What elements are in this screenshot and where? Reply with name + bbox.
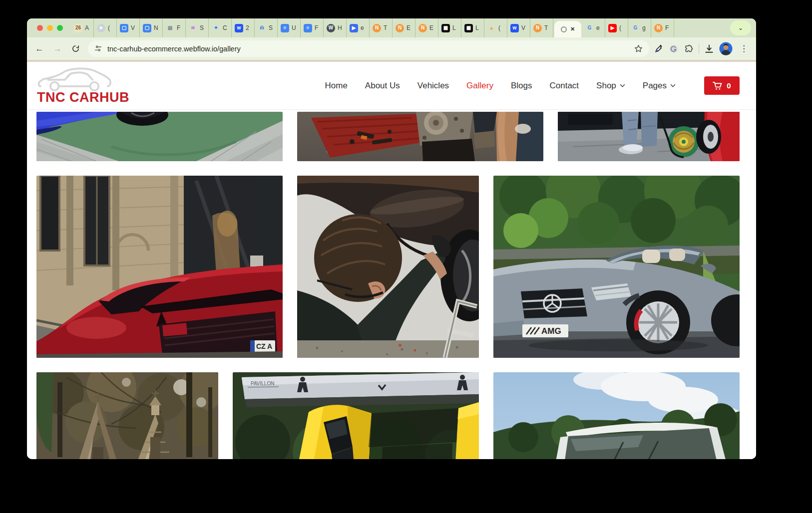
cart-count: 0 [727,81,731,90]
address-bar[interactable]: tnc-carhub-ecommerce.webflow.io/gallery [88,40,649,57]
netlify-favicon: N [396,24,404,32]
tab-title: L [475,24,479,31]
browser-tab[interactable]: NT [370,18,393,37]
wordpress-favicon: W [327,24,335,32]
play-favicon: ▶ [350,24,358,32]
google-favicon: G [585,24,594,32]
browser-tab[interactable]: ▢N [140,18,163,37]
browser-tab[interactable]: WH [324,18,347,37]
eyedropper-extension-icon[interactable] [654,44,664,53]
chrome-menu-button[interactable]: ⋮ [738,43,750,54]
nav-contact[interactable]: Contact [550,81,579,91]
browser-tab[interactable]: ≡F [301,18,324,37]
license-plate-text: CZ A [256,342,272,350]
browser-tab[interactable]: w2 [232,18,255,37]
gallery-image-under-car-mechanic[interactable] [297,176,479,358]
netlify-favicon: N [373,24,381,32]
reload-button[interactable] [68,41,83,56]
gallery-image-blue-car-turf[interactable] [36,112,283,161]
tab-title: U [292,24,296,31]
site-logo[interactable]: TNC CARHUB [37,66,129,105]
site-settings-icon[interactable] [94,44,102,53]
gallery-image-white-convertible[interactable] [493,372,740,459]
reload-icon [71,44,80,53]
site-header: TNC CARHUB Home About Us Vehicles Galler… [27,62,756,110]
dark-brand-favicon: ▦ [464,24,473,32]
site-viewport: TNC CARHUB Home About Us Vehicles Galler… [27,60,756,459]
bookmark-star-icon[interactable] [634,44,643,53]
gallery-image-mercedes-amg[interactable]: AMG [493,176,740,358]
browser-tab[interactable]: ▶( [605,18,628,37]
url-text[interactable]: tnc-carhub-ecommerce.webflow.io/gallery [107,45,629,53]
browser-tab[interactable]: ▤F [163,18,186,37]
sign-text: PAVILLON [251,381,274,386]
equalizer-favicon: ılı [258,24,266,32]
browser-tab[interactable]: NE [415,18,438,37]
extensions-puzzle-icon[interactable] [684,44,694,54]
forward-button[interactable]: → [50,41,65,56]
tab-title: ( [619,24,621,31]
gallery-grid: CZ A [36,112,740,459]
downloads-icon[interactable] [704,44,714,54]
toolbar-extensions: ⋮ [654,42,751,55]
close-window-button[interactable] [37,25,43,31]
tab-search-button[interactable]: ⌄ [730,20,751,35]
tab-close-icon[interactable]: ✕ [570,26,575,32]
browser-tab[interactable]: wV [507,18,530,37]
tab-title: N [154,24,158,31]
tab-title: ( [108,24,110,31]
nav-gallery[interactable]: Gallery [466,81,493,91]
tab-title: F [177,24,180,31]
browser-tab[interactable]: NE [393,18,415,37]
browser-tab[interactable]: ▦L [461,18,484,37]
nav-vehicles[interactable]: Vehicles [417,81,449,91]
sparkle-favicon: ✦ [212,24,220,32]
browser-tab[interactable]: ➤( [94,18,117,37]
browser-tab[interactable]: ✦C [209,18,232,37]
browser-tab[interactable]: ▦L [438,18,461,37]
gallery-image-red-car-garage[interactable] [558,112,740,161]
tab-title: T [384,24,387,31]
browser-tab[interactable]: ≡U [278,18,301,37]
webflow-favicon: w [510,24,519,32]
browser-tab[interactable]: 26A [71,18,94,37]
gallery-image-red-audi-street[interactable]: CZ A [36,176,283,358]
browser-tab[interactable]: ≋S [186,18,209,37]
browser-tab[interactable]: ▢V [117,18,140,37]
zoom-window-button[interactable] [57,25,63,31]
gallery-image-forest-house[interactable] [36,372,218,459]
tab-title: V [521,24,525,31]
minimize-window-button[interactable] [47,25,53,31]
browser-tab[interactable]: NT [530,18,553,37]
main-navigation: Home About Us Vehicles Gallery Blogs Con… [325,62,740,109]
active-tab[interactable]: ✕ [554,21,581,37]
grammarly-extension-icon[interactable] [669,44,679,54]
gallery-image-engine-repair[interactable] [297,112,543,161]
tab-title: e [361,24,364,31]
toolbar-divider [699,44,699,54]
nav-home[interactable]: Home [325,81,347,91]
nav-shop-dropdown[interactable]: Shop [596,81,625,91]
tab-title: E [406,24,410,31]
window-controls [37,25,63,31]
site-favicon [561,26,567,32]
printer-favicon: ▤ [166,24,174,32]
nav-blogs[interactable]: Blogs [511,81,532,91]
tab-title: L [452,24,456,31]
browser-tab[interactable]: Ge [582,18,605,37]
gallery-image-yellow-lambo[interactable]: PAVILLON [233,372,479,459]
browser-tab[interactable]: NF [651,18,674,37]
browser-tab[interactable]: Gg [628,18,651,37]
tab-title: e [596,24,600,31]
nav-pages-dropdown[interactable]: Pages [643,81,676,91]
cart-button[interactable]: 0 [704,76,740,95]
back-button[interactable]: ← [32,41,47,56]
browser-tab[interactable]: ılıS [255,18,278,37]
dark-brand-favicon: ▦ [441,24,450,32]
profile-avatar[interactable] [719,42,733,55]
browser-tab[interactable]: ▶e [347,18,370,37]
tab-title: S [269,24,273,31]
nav-about-us[interactable]: About Us [365,81,400,91]
tab-title: ( [498,24,500,31]
browser-tab[interactable]: ▲( [484,18,507,37]
